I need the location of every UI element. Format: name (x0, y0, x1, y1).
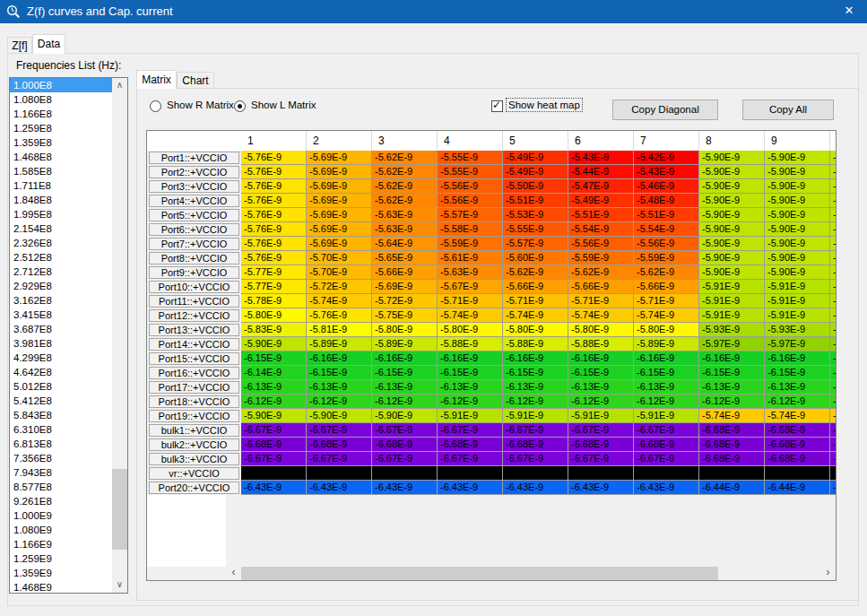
matrix-cell[interactable]: -5.90E-9 (765, 251, 830, 265)
matrix-cell[interactable]: -5.90E-9 (699, 265, 765, 280)
matrix-cell[interactable]: -5.69E-9 (307, 208, 372, 222)
matrix-cell[interactable]: -6.68E-9 (241, 438, 307, 452)
matrix-cell[interactable]: -5.61E-9 (438, 251, 503, 265)
matrix-cell[interactable]: -5.49E-9 (568, 194, 634, 208)
frequency-item[interactable]: 5.843E8 (10, 408, 112, 422)
show-r-matrix-label[interactable]: Show R Matrix (167, 100, 234, 110)
matrix-cell[interactable]: -5.90E-9 (307, 409, 372, 423)
matrix-cell[interactable]: -6.12E-9 (699, 395, 765, 409)
matrix-cell[interactable]: -6.13E-9 (830, 380, 836, 395)
matrix-cell[interactable] (307, 466, 372, 481)
matrix-cell[interactable]: -5.54E-9 (634, 222, 699, 237)
matrix-cell[interactable]: -5.55E-9 (438, 165, 503, 179)
matrix-cell[interactable]: -5.90E-9 (699, 251, 765, 265)
matrix-cell[interactable]: -5.70E-9 (307, 251, 372, 265)
matrix-cell[interactable]: -6.68E-9 (765, 438, 830, 452)
matrix-cell[interactable]: -6.13E-9 (699, 380, 765, 395)
matrix-cell[interactable]: -5.62E-9 (372, 151, 438, 165)
matrix-cell[interactable]: -5.71E-9 (503, 294, 568, 308)
scroll-right-icon[interactable]: › (820, 567, 836, 580)
matrix-cell[interactable]: -5.51E-9 (503, 194, 568, 208)
frequency-item[interactable]: 1.468E9 (10, 580, 112, 594)
matrix-cell[interactable]: -5.59E-9 (634, 251, 699, 265)
matrix-cell[interactable]: -5.90E-9 (699, 151, 765, 165)
matrix-cell[interactable]: -5.81E-9 (307, 323, 372, 337)
matrix-cell[interactable]: -5.90E-9 (830, 237, 836, 251)
matrix-cell[interactable]: -5.53E-9 (503, 208, 568, 222)
column-header-10[interactable]: 10 (830, 131, 836, 151)
frequency-item[interactable]: 3.981E8 (10, 336, 112, 351)
frequency-item[interactable]: 1.259E9 (10, 551, 112, 566)
matrix-cell[interactable]: -6.67E-9 (372, 423, 438, 438)
frequency-item[interactable]: 1.000E8 (10, 78, 112, 92)
frequency-item[interactable]: 1.080E8 (10, 92, 112, 107)
row-header-button[interactable]: Port11::+VCCIO (149, 295, 239, 308)
matrix-cell[interactable]: -5.91E-9 (699, 308, 765, 323)
matrix-cell[interactable]: -5.80E-9 (568, 323, 634, 337)
matrix-cell[interactable]: -6.43E-9 (372, 481, 438, 495)
matrix-cell[interactable]: -5.90E-9 (765, 194, 830, 208)
matrix-cell[interactable]: -5.93E-9 (699, 323, 765, 337)
row-header-button[interactable]: Port18::+VCCIO (149, 395, 239, 408)
frequency-item[interactable]: 8.577E8 (10, 480, 112, 494)
matrix-cell[interactable]: -6.67E-9 (568, 423, 634, 438)
matrix-cell[interactable]: -5.76E-9 (241, 165, 307, 179)
matrix-cell[interactable]: -5.76E-9 (241, 237, 307, 251)
matrix-cell[interactable]: -6.13E-9 (438, 380, 503, 395)
matrix-cell[interactable] (241, 466, 307, 481)
matrix-cell[interactable]: -5.89E-9 (372, 337, 438, 351)
frequency-item[interactable]: 1.000E9 (10, 508, 112, 523)
matrix-cell[interactable]: -6.67E-9 (372, 452, 438, 466)
matrix-cell[interactable]: -6.12E-9 (765, 395, 830, 409)
tab-data[interactable]: Data (32, 34, 65, 54)
frequency-item[interactable]: 3.687E8 (10, 322, 112, 336)
matrix-cell[interactable]: -6.16E-9 (765, 351, 830, 366)
matrix-cell[interactable]: -5.71E-9 (634, 294, 699, 308)
row-header-button[interactable]: Port6::+VCCIO (149, 223, 239, 236)
matrix-cell[interactable]: -6.15E-9 (568, 366, 634, 380)
frequency-item[interactable]: 2.154E8 (10, 221, 112, 236)
matrix-cell[interactable]: -5.90E-9 (830, 265, 836, 280)
matrix-cell[interactable]: -6.67E-9 (634, 452, 699, 466)
matrix-cell[interactable]: -5.88E-9 (503, 337, 568, 351)
matrix-cell[interactable]: -5.90E-9 (765, 151, 830, 165)
matrix-cell[interactable]: -5.56E-9 (438, 194, 503, 208)
matrix-cell[interactable]: -5.90E-9 (830, 165, 836, 179)
matrix-cell[interactable]: -6.13E-9 (634, 380, 699, 395)
matrix-cell[interactable]: -5.59E-9 (438, 237, 503, 251)
matrix-cell[interactable]: -5.72E-9 (307, 280, 372, 294)
matrix-cell[interactable]: -6.67E-9 (307, 452, 372, 466)
matrix-cell[interactable]: -5.80E-9 (634, 323, 699, 337)
frequency-item[interactable]: 1.166E9 (10, 537, 112, 551)
matrix-cell[interactable]: -5.74E-9 (634, 308, 699, 323)
matrix-cell[interactable]: -5.69E-9 (307, 222, 372, 237)
matrix-cell[interactable]: -5.89E-9 (307, 337, 372, 351)
matrix-cell[interactable]: -6.16E-9 (307, 351, 372, 366)
matrix-cell[interactable]: -6.15E-9 (830, 366, 836, 380)
matrix-cell[interactable]: -5.55E-9 (503, 222, 568, 237)
matrix-cell[interactable]: -5.56E-9 (438, 179, 503, 194)
matrix-cell[interactable]: -5.90E-9 (830, 208, 836, 222)
matrix-cell[interactable]: -5.59E-9 (568, 251, 634, 265)
matrix-cell[interactable]: -5.69E-9 (372, 280, 438, 294)
matrix-horizontal-scrollbar[interactable]: ‹ › (226, 567, 836, 580)
matrix-cell[interactable] (568, 466, 634, 481)
frequencies-scrollbar[interactable]: ∧ ∨ (112, 78, 127, 593)
row-header-button[interactable]: Port7::+VCCIO (149, 238, 239, 250)
matrix-cell[interactable]: -5.91E-9 (699, 294, 765, 308)
matrix-cell[interactable]: -6.43E-9 (438, 481, 503, 495)
matrix-cell[interactable]: -5.69E-9 (307, 151, 372, 165)
matrix-cell[interactable]: -6.68E-9 (830, 452, 836, 466)
matrix-cell[interactable]: -5.90E-9 (699, 222, 765, 237)
matrix-cell[interactable]: -5.74E-9 (307, 294, 372, 308)
show-r-matrix-radio[interactable] (150, 100, 161, 112)
matrix-cell[interactable]: -5.51E-9 (634, 208, 699, 222)
matrix-cell[interactable]: -5.93E-9 (830, 323, 836, 337)
frequency-item[interactable]: 1.359E9 (10, 566, 112, 580)
matrix-cell[interactable]: -6.44E-9 (765, 481, 830, 495)
show-heat-map-checkbox[interactable]: ✓ (491, 100, 503, 112)
matrix-cell[interactable]: -5.76E-9 (241, 179, 307, 194)
matrix-cell[interactable]: -6.13E-9 (568, 380, 634, 395)
matrix-cell[interactable]: -5.67E-9 (438, 280, 503, 294)
matrix-cell[interactable]: -6.68E-9 (568, 438, 634, 452)
